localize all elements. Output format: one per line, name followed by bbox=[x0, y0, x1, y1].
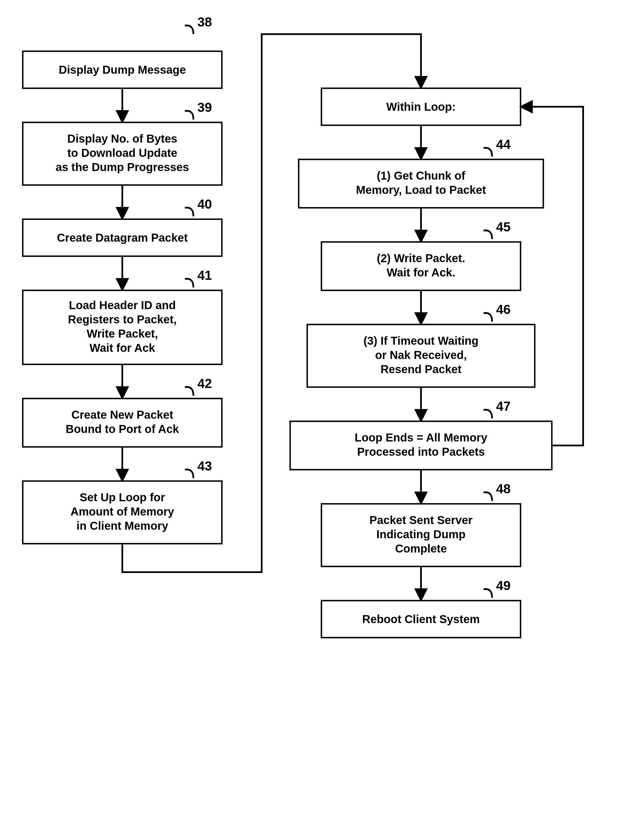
text-48-l2: Indicating Dump bbox=[376, 528, 465, 541]
text-39-l1: Display No. of Bytes bbox=[67, 132, 177, 145]
text-49: Reboot Client System bbox=[362, 613, 480, 626]
label-44: 44 bbox=[496, 137, 511, 152]
text-45-l2: Wait for Ack. bbox=[387, 266, 456, 279]
text-46-l1: (3) If Timeout Waiting bbox=[363, 335, 478, 347]
text-42-l2: Bound to Port of Ack bbox=[66, 423, 179, 435]
text-43-l2: Amount of Memory bbox=[71, 505, 174, 518]
text-41-l2: Registers to Packet, bbox=[68, 313, 177, 326]
label-49: 49 bbox=[496, 578, 511, 593]
label-45: 45 bbox=[496, 219, 511, 234]
text-48-l1: Packet Sent Server bbox=[370, 514, 472, 526]
text-45-l1: (2) Write Packet. bbox=[377, 252, 465, 265]
text-42-l1: Create New Packet bbox=[71, 408, 173, 421]
label-38: 38 bbox=[198, 15, 212, 29]
node-within-loop: Within Loop: bbox=[321, 88, 520, 125]
text-41-l3: Write Packet, bbox=[87, 327, 158, 340]
text-40: Create Datagram Packet bbox=[57, 231, 188, 244]
text-47-l1: Loop Ends = All Memory bbox=[355, 431, 488, 444]
text-46-l2: or Nak Received, bbox=[375, 349, 467, 361]
flowchart-diagram: 38 Display Dump Message 39 Display No. o… bbox=[0, 0, 642, 840]
text-44-l2: Memory, Load to Packet bbox=[356, 184, 486, 196]
text-43-l3: in Client Memory bbox=[76, 520, 169, 532]
text-46-l3: Resend Packet bbox=[381, 363, 462, 375]
label-39: 39 bbox=[198, 100, 212, 115]
label-40: 40 bbox=[198, 197, 212, 211]
text-41-l1: Load Header ID and bbox=[69, 299, 176, 311]
text-44-l1: (1) Get Chunk of bbox=[377, 169, 465, 182]
text-41-l4: Wait for Ack bbox=[89, 341, 155, 354]
label-41: 41 bbox=[198, 268, 212, 283]
node-38: 38 Display Dump Message bbox=[23, 15, 222, 88]
label-48: 48 bbox=[496, 481, 511, 496]
arrow-loop-back bbox=[520, 107, 583, 445]
text-47-l2: Processed into Packets bbox=[357, 445, 485, 458]
label-42: 42 bbox=[198, 376, 212, 391]
text-38: Display Dump Message bbox=[59, 63, 186, 76]
text-48-l3: Complete bbox=[395, 542, 447, 555]
text-43-l1: Set Up Loop for bbox=[79, 491, 165, 504]
text-39-l2: to Download Update bbox=[67, 146, 177, 159]
label-47: 47 bbox=[496, 399, 511, 414]
label-46: 46 bbox=[496, 302, 511, 317]
text-39-l3: as the Dump Progresses bbox=[55, 161, 189, 173]
text-within-loop: Within Loop: bbox=[386, 101, 456, 113]
label-43: 43 bbox=[198, 458, 212, 473]
